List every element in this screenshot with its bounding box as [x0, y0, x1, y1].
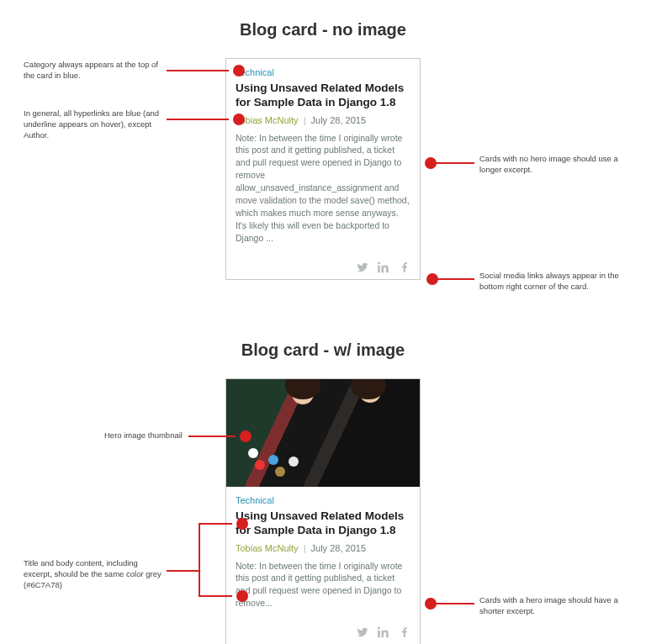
hero-image[interactable] — [226, 379, 420, 487]
linkedin-icon[interactable] — [377, 261, 390, 273]
annotation-line — [167, 119, 229, 120]
annotation-dot — [236, 518, 248, 530]
author-link[interactable]: Tobias McNulty — [236, 115, 299, 125]
annotation-dot — [233, 65, 245, 77]
spec-with-image: Hero image thumbnail Title and body cont… — [10, 378, 636, 644]
byline: Tobias McNulty | July 28, 2015 — [236, 115, 410, 125]
author-link[interactable]: Tobias McNulty — [236, 543, 299, 553]
twitter-icon[interactable] — [356, 626, 369, 638]
annotation-line — [431, 603, 474, 604]
annotation-line — [199, 595, 232, 597]
annotation-social-corner: Social media links always appear in the … — [479, 271, 622, 293]
category-link[interactable]: Technical — [236, 495, 410, 505]
byline-separator: | — [304, 543, 306, 553]
annotation-line — [188, 435, 236, 437]
card-body: Technical Using Unsaved Related Models f… — [226, 59, 420, 261]
linkedin-icon[interactable] — [377, 626, 390, 638]
annotation-line — [167, 570, 199, 572]
annotation-dot — [426, 273, 438, 285]
post-title[interactable]: Using Unsaved Related Models for Sample … — [236, 509, 410, 538]
annotation-dot — [236, 590, 248, 602]
excerpt-long: Note: In between the time I originally w… — [236, 132, 410, 245]
annotation-longer-excerpt: Cards with no hero image should use a lo… — [479, 154, 622, 176]
annotation-dot — [240, 430, 252, 442]
annotation-dot — [425, 157, 437, 169]
annotation-dot — [425, 598, 437, 610]
annotation-hyperlinks: In general, all hyperlinks are blue (and… — [24, 108, 167, 140]
byline-separator: | — [304, 115, 306, 125]
facebook-icon[interactable] — [398, 626, 411, 638]
spec-no-image: Category always appears at the top of th… — [10, 58, 636, 310]
annotation-line — [199, 523, 232, 525]
social-row — [226, 626, 420, 644]
blog-card-with-image: Technical Using Unsaved Related Models f… — [225, 378, 421, 644]
annotation-line — [431, 162, 474, 164]
card-body: Technical Using Unsaved Related Models f… — [226, 487, 420, 626]
excerpt-short: Note: In between the time I originally w… — [236, 560, 410, 610]
byline: Tobias McNulty | July 28, 2015 — [236, 543, 410, 553]
heading-with-image: Blog card - w/ image — [10, 340, 636, 360]
post-date: July 28, 2015 — [311, 543, 366, 553]
annotation-line — [199, 523, 200, 597]
annotation-grey-body: Title and body content, including excerp… — [24, 558, 167, 590]
annotation-line — [167, 70, 229, 71]
social-row — [226, 261, 420, 279]
annotation-category-top: Category always appears at the top of th… — [24, 60, 167, 82]
category-link[interactable]: Technical — [236, 67, 410, 77]
heading-no-image: Blog card - no image — [10, 20, 636, 40]
blog-card-no-image: Technical Using Unsaved Related Models f… — [225, 58, 421, 280]
facebook-icon[interactable] — [398, 261, 411, 273]
annotation-dot — [233, 113, 245, 125]
annotation-line — [432, 278, 474, 280]
post-date: July 28, 2015 — [311, 115, 366, 125]
post-title[interactable]: Using Unsaved Related Models for Sample … — [236, 81, 410, 110]
annotation-shorter-excerpt: Cards with a hero image should have a sh… — [479, 595, 622, 617]
twitter-icon[interactable] — [356, 261, 369, 273]
